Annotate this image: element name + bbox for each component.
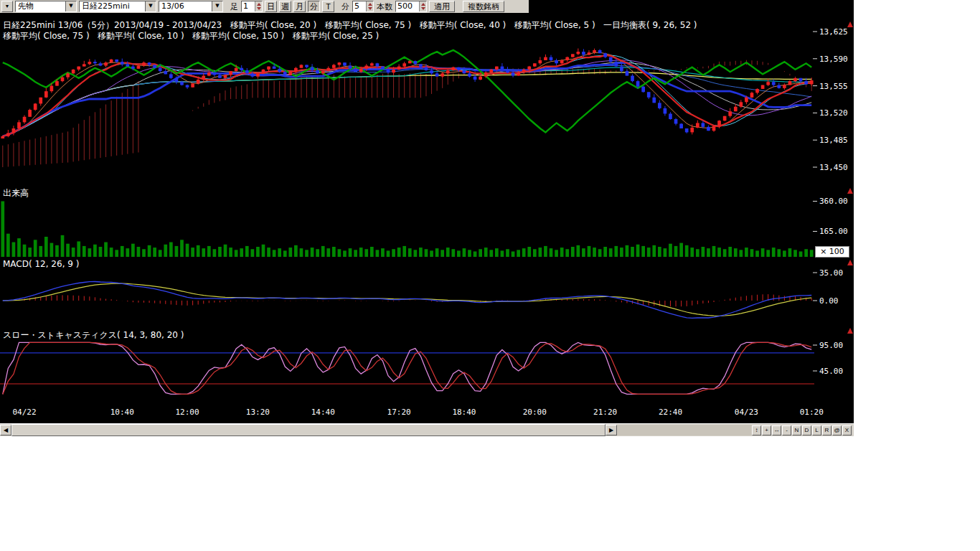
chart-tool-button-4[interactable]: N [792, 425, 801, 435]
chart-tool-button-2[interactable]: ↔ [772, 425, 781, 435]
symbol-select[interactable]: 日経225mini ▼ [79, 1, 156, 12]
scroll-right-button[interactable]: ▶ [606, 425, 617, 435]
volume-axis-tick-label: 360.00 [819, 197, 848, 206]
horizontal-scrollbar: ◀ ▶ ↕+↔-NDLR@X [0, 423, 854, 436]
chart-tool-button-0[interactable]: ↕ [752, 425, 761, 435]
bar-count-label: 本数 [376, 1, 393, 12]
stoch-pane-scroll-up-button[interactable] [847, 328, 853, 334]
chart-region: 13,62513,59013,55513,52013,48513,450360.… [0, 0, 854, 436]
volume-pane-scroll-up-button[interactable] [847, 188, 853, 194]
volume-axis-tick-label: 165.00 [819, 227, 848, 236]
chart-tool-button-1[interactable]: + [762, 425, 771, 435]
bar-interval-input[interactable]: 1 [241, 1, 263, 12]
price-axis-tick-label: 13,450 [819, 163, 848, 172]
macd-pane-scroll-up-button[interactable] [847, 260, 853, 265]
price-axis-tick-label: 13,590 [819, 55, 848, 64]
macd-axis-tick-label: 35.00 [819, 268, 843, 278]
period-month-button[interactable]: 月 [293, 1, 306, 12]
symbol-value: 日経225mini [80, 1, 145, 11]
time-axis-label: 18:40 [452, 408, 476, 417]
time-axis-label: 13:20 [246, 408, 270, 417]
caret-down-icon: ▼ [212, 1, 222, 11]
minute-interval-value: 5 [353, 1, 366, 11]
chart-tool-buttons: ↕+↔-NDLR@X [752, 425, 852, 435]
stoch-axis-tick-label: 95.00 [819, 341, 843, 350]
caret-down-icon: ▼ [65, 1, 76, 11]
instrument-type-select[interactable]: 先物 ▼ [15, 1, 77, 12]
price-pane-scroll-up-button[interactable] [847, 22, 853, 27]
price-axis-tick-label: 13,520 [819, 108, 848, 118]
chart-tool-button-3[interactable]: - [782, 425, 791, 435]
bar-type-label: 足 [230, 1, 239, 12]
spinner-icon[interactable] [366, 1, 373, 11]
instrument-type-value: 先物 [16, 1, 65, 11]
scroll-left-button[interactable]: ◀ [0, 425, 11, 435]
stoch-axis-tick-label: 45.00 [819, 367, 843, 376]
spinner-icon[interactable] [419, 1, 426, 11]
period-minute-button[interactable]: 分 [308, 1, 320, 12]
multi-symbol-button[interactable]: 複数銘柄 [463, 1, 504, 12]
time-axis-label: 14:40 [311, 408, 335, 417]
chart-tool-button-8[interactable]: @ [832, 425, 842, 435]
contract-month-value: 13/06 [159, 1, 212, 11]
macd-axis-tick-label: 0.00 [819, 296, 839, 306]
time-axis-label: 17:20 [387, 408, 411, 417]
volume-multiplier-box: × 100 [815, 246, 849, 258]
chart-tool-button-5[interactable]: D [802, 425, 811, 435]
chart-tool-button-6[interactable]: L [812, 425, 821, 435]
time-axis-label: 10:40 [110, 408, 134, 417]
chart-plot-area[interactable]: 13,62513,59013,55513,52013,48513,450360.… [0, 13, 854, 423]
period-day-button[interactable]: 日 [265, 1, 277, 12]
window-dropdown-button[interactable]: ▼ [1, 1, 13, 12]
period-week-button[interactable]: 週 [279, 1, 291, 12]
top-toolbar: ▼ 先物 ▼ 日経225mini ▼ 13/06 ▼ 足 1 日 週 月 分 T… [0, 0, 529, 13]
time-axis-label: 22:40 [659, 408, 682, 417]
bar-interval-value: 1 [242, 1, 255, 11]
period-tick-button[interactable]: T [322, 1, 334, 12]
time-axis-label: 04/22 [12, 408, 36, 417]
spinner-icon[interactable] [255, 1, 262, 11]
minute-label: 分 [341, 1, 350, 12]
chart-tool-button-9[interactable]: X [842, 425, 852, 435]
price-axis-tick-label: 13,485 [819, 136, 848, 145]
bar-count-input[interactable]: 500 [395, 1, 427, 12]
apply-button[interactable]: 適用 [429, 1, 455, 12]
scrollbar-thumb[interactable] [11, 424, 606, 436]
minute-interval-input[interactable]: 5 [352, 1, 374, 12]
time-axis-label: 12:00 [175, 408, 199, 417]
time-axis-label: 21:20 [593, 408, 617, 417]
chart-tool-button-7[interactable]: R [822, 425, 831, 435]
bar-count-value: 500 [396, 1, 419, 11]
time-axis-label: 20:00 [523, 408, 547, 417]
caret-down-icon: ▼ [145, 1, 156, 11]
time-axis-label: 01:20 [800, 408, 824, 417]
trading-app-window: 13,62513,59013,55513,52013,48513,450360.… [0, 0, 980, 551]
scrollbar-gap [617, 425, 752, 435]
contract-month-select[interactable]: 13/06 ▼ [159, 1, 223, 12]
time-axis-label: 04/23 [735, 408, 758, 417]
price-axis-tick-label: 13,555 [819, 82, 848, 91]
price-axis-tick-label: 13,625 [819, 27, 848, 37]
